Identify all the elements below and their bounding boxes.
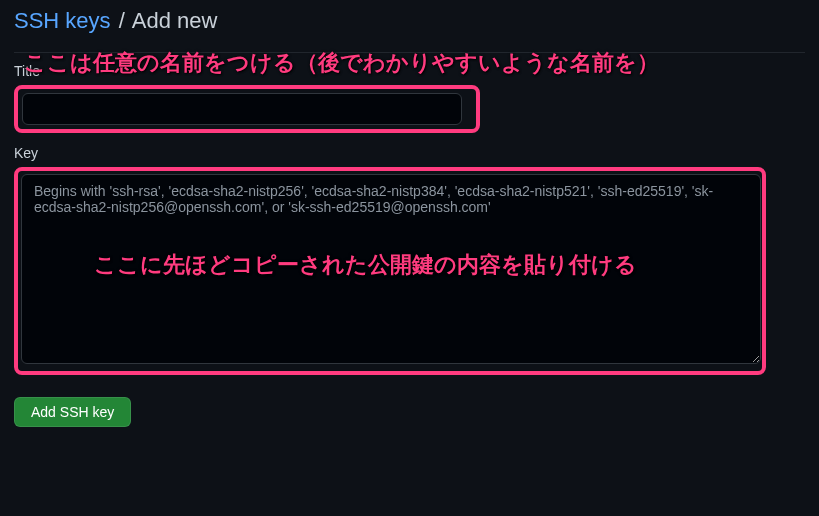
title-input[interactable] xyxy=(22,93,462,125)
highlight-box-title xyxy=(14,85,480,133)
form-group-key: Key xyxy=(14,145,805,375)
title-label: Title xyxy=(14,63,805,79)
key-textarea[interactable] xyxy=(21,174,761,364)
breadcrumb-current: Add new xyxy=(132,8,218,33)
key-label: Key xyxy=(14,145,805,161)
breadcrumb-link-ssh-keys[interactable]: SSH keys xyxy=(14,8,111,33)
add-ssh-key-button[interactable]: Add SSH key xyxy=(14,397,131,427)
breadcrumb: SSH keys / Add new xyxy=(14,8,805,44)
divider xyxy=(14,52,805,53)
highlight-box-key xyxy=(14,167,766,375)
breadcrumb-separator: / xyxy=(119,8,125,33)
form-group-title: Title xyxy=(14,63,805,133)
